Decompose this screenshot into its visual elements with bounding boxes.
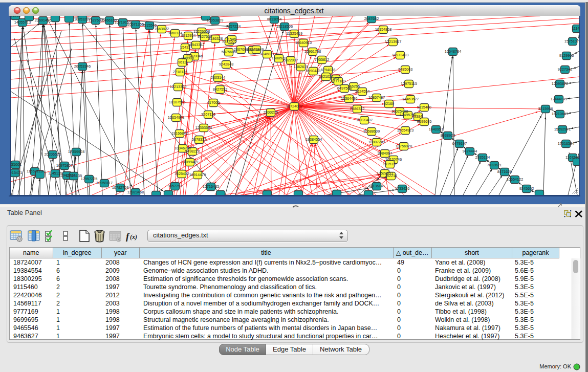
svg-text:15433: 15433 [180, 45, 190, 50]
svg-text:9245652: 9245652 [519, 186, 534, 191]
svg-text:2300275: 2300275 [264, 110, 278, 115]
svg-text:15692971: 15692971 [554, 127, 571, 132]
svg-text:19218506: 19218506 [276, 24, 293, 29]
svg-text:7632621: 7632621 [487, 163, 502, 167]
svg-text:17016504: 17016504 [558, 141, 574, 146]
svg-text:9660124: 9660124 [168, 31, 182, 35]
svg-text:7663822: 7663822 [155, 27, 169, 31]
svg-text:9657791: 9657791 [168, 184, 182, 188]
svg-text:9474444: 9474444 [463, 149, 477, 154]
svg-text:7986322: 7986322 [350, 106, 364, 111]
svg-text:9384: 9384 [414, 114, 422, 119]
svg-text:16961758: 16961758 [304, 49, 321, 54]
svg-text:8938923: 8938923 [441, 133, 455, 138]
svg-text:1733426: 1733426 [395, 186, 409, 191]
svg-text:2087682: 2087682 [364, 16, 379, 21]
svg-text:12093872: 12093872 [552, 81, 568, 86]
svg-text:7485063: 7485063 [398, 67, 412, 72]
svg-text:1167539: 1167539 [565, 155, 579, 160]
svg-text:f: f [126, 231, 130, 242]
svg-text:5498222: 5498222 [185, 149, 200, 154]
svg-text:6794028: 6794028 [321, 68, 335, 72]
svg-text:252214: 252214 [385, 173, 397, 178]
svg-text:7625402: 7625402 [175, 171, 189, 176]
svg-text:10154808: 10154808 [375, 27, 391, 32]
svg-text:10958117: 10958117 [96, 181, 113, 185]
svg-text:9242848: 9242848 [219, 62, 233, 67]
svg-text:14055713: 14055713 [14, 20, 31, 25]
svg-text:5875685: 5875685 [222, 50, 236, 54]
svg-text:8427552: 8427552 [213, 87, 227, 92]
svg-text:9612: 9612 [178, 60, 186, 64]
svg-text:12213967: 12213967 [385, 39, 401, 44]
svg-text:9242849: 9242849 [249, 47, 264, 52]
svg-text:14099489: 14099489 [182, 160, 198, 164]
svg-text:9115460: 9115460 [417, 105, 431, 110]
svg-text:20206526: 20206526 [45, 152, 61, 157]
svg-text:9777169: 9777169 [331, 79, 345, 83]
svg-text:12213369: 12213369 [170, 84, 186, 89]
svg-text:15720407: 15720407 [356, 118, 373, 122]
svg-text:9129966: 9129966 [559, 53, 574, 58]
svg-text:17359928: 17359928 [68, 149, 84, 154]
svg-text:16914479: 16914479 [189, 172, 206, 177]
svg-text:18724007: 18724007 [286, 104, 302, 108]
svg-text:18807249: 18807249 [368, 140, 385, 144]
svg-text:10807487: 10807487 [368, 95, 385, 100]
svg-text:10973493: 10973493 [392, 53, 408, 57]
svg-text:16648784: 16648784 [445, 49, 461, 54]
svg-text:1527602: 1527602 [89, 18, 103, 23]
svg-text:2935134: 2935134 [475, 155, 490, 160]
svg-text:14463627: 14463627 [402, 97, 419, 101]
svg-text:10975857: 10975857 [56, 163, 73, 168]
svg-text:10688609: 10688609 [363, 129, 380, 134]
svg-text:19384554: 19384554 [306, 137, 322, 142]
svg-text:21364436: 21364436 [341, 96, 357, 101]
svg-text:14136141: 14136141 [368, 184, 385, 188]
svg-text:835001: 835001 [11, 162, 21, 167]
svg-text:16120746: 16120746 [385, 157, 402, 162]
svg-text:1615112: 1615112 [383, 162, 397, 166]
svg-text:16640910: 16640910 [295, 40, 312, 45]
svg-text:11568129: 11568129 [27, 169, 43, 173]
svg-text:8186328: 8186328 [208, 36, 223, 41]
svg-text:12353594: 12353594 [195, 125, 212, 130]
svg-text:10756928: 10756928 [396, 144, 412, 148]
svg-text:3624554: 3624554 [355, 89, 369, 94]
svg-text:8813054: 8813054 [267, 17, 281, 21]
svg-text:9084067: 9084067 [378, 151, 392, 156]
svg-text:15751074: 15751074 [564, 39, 579, 43]
svg-text:1621022: 1621022 [319, 74, 333, 79]
svg-text:15226058: 15226058 [193, 29, 210, 34]
svg-text:20053346: 20053346 [74, 64, 91, 69]
svg-text:15716485: 15716485 [203, 184, 219, 189]
svg-text:20691406: 20691406 [35, 18, 51, 23]
svg-text:3267110: 3267110 [201, 112, 215, 117]
svg-text:6479197: 6479197 [452, 141, 467, 146]
svg-text:7955812: 7955812 [315, 57, 329, 62]
svg-text:10654122: 10654122 [507, 177, 523, 182]
svg-text:12444199: 12444199 [551, 97, 567, 101]
svg-text:11143: 11143 [572, 26, 579, 31]
svg-text:12923468: 12923468 [127, 190, 144, 194]
svg-text:5322037: 5322037 [284, 58, 298, 62]
svg-text:10782759: 10782759 [112, 185, 128, 190]
svg-text:10654948: 10654948 [168, 115, 184, 120]
svg-text:12975115: 12975115 [401, 81, 417, 86]
svg-text:5878332: 5878332 [192, 137, 206, 142]
svg-text:7357224: 7357224 [226, 24, 241, 29]
svg-text:62160: 62160 [384, 101, 394, 106]
svg-text:1546: 1546 [228, 37, 236, 41]
svg-text:12505135: 12505135 [66, 173, 82, 178]
svg-text:21096: 21096 [11, 16, 20, 18]
svg-text:1640951: 1640951 [429, 127, 443, 132]
svg-text:19166842: 19166842 [171, 131, 188, 136]
svg-text:8912954: 8912954 [181, 33, 195, 38]
svg-text:3215958: 3215958 [538, 106, 553, 111]
svg-text:8990448: 8990448 [306, 69, 320, 73]
svg-text:9227342: 9227342 [558, 67, 572, 72]
svg-text:417006: 417006 [207, 100, 220, 105]
svg-text:8471626: 8471626 [497, 169, 512, 174]
svg-text:16053809: 16053809 [207, 18, 223, 23]
svg-text:18107556: 18107556 [169, 100, 185, 104]
